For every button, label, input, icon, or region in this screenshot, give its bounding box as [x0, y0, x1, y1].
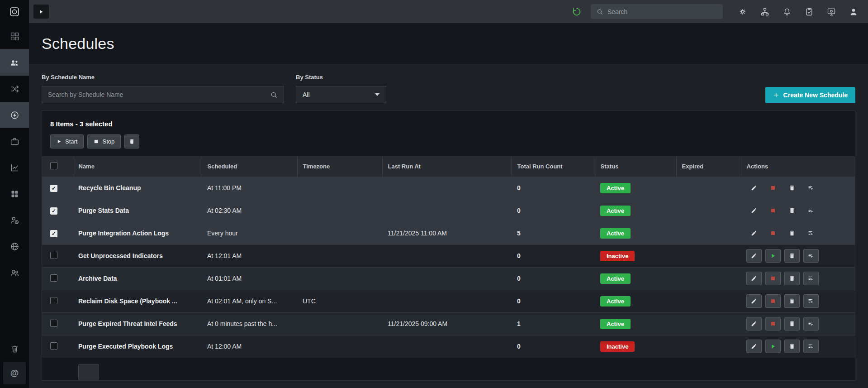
table-row[interactable]: ✓Purge Integration Action LogsEvery hour…: [42, 222, 855, 244]
table-row[interactable]: ✓Purge Stats DataAt 02:30 AM0Active: [42, 199, 855, 222]
edit-schedule-button[interactable]: [746, 226, 762, 240]
edit-schedule-button[interactable]: [746, 249, 762, 263]
delete-schedule-button[interactable]: [784, 226, 800, 240]
global-search-input[interactable]: [607, 8, 717, 15]
view-logs-button[interactable]: [803, 340, 819, 353]
sidebar-item-queues[interactable]: [0, 49, 29, 76]
col-header-timezone[interactable]: Timezone: [297, 156, 382, 177]
edit-schedule-button[interactable]: [746, 272, 762, 285]
notifications-button[interactable]: [783, 7, 792, 16]
integrations-button[interactable]: [760, 7, 769, 16]
delete-schedule-button[interactable]: [784, 272, 800, 285]
edit-pencil-icon: [751, 185, 757, 191]
app-logo[interactable]: [0, 0, 29, 23]
col-header-last-run-at[interactable]: Last Run At: [382, 156, 512, 177]
start-button[interactable]: Start: [50, 134, 84, 148]
delete-schedule-button[interactable]: [784, 340, 800, 353]
delete-schedule-button[interactable]: [784, 181, 800, 195]
sidebar-item-mentions[interactable]: @: [3, 362, 26, 384]
pagination-page-size-select[interactable]: [78, 364, 99, 380]
edit-schedule-button[interactable]: [746, 294, 762, 308]
row-select-checkbox[interactable]: [50, 320, 57, 327]
view-logs-button[interactable]: [803, 294, 819, 308]
stop-button[interactable]: Stop: [87, 134, 121, 148]
edit-schedule-button[interactable]: [746, 181, 762, 195]
status-badge: Inactive: [600, 251, 635, 261]
stop-schedule-button[interactable]: [765, 204, 781, 217]
sidebar-item-workflows[interactable]: [0, 76, 29, 102]
sidebar-item-threat-intel[interactable]: [0, 233, 29, 259]
view-logs-button[interactable]: [803, 249, 819, 263]
view-logs-icon: [808, 298, 814, 304]
schedule-name-search[interactable]: [42, 86, 284, 103]
sidebar-item-reports[interactable]: [0, 154, 29, 181]
system-monitor-button[interactable]: [827, 7, 836, 16]
global-search[interactable]: [591, 4, 723, 19]
delete-schedule-button[interactable]: [784, 249, 800, 263]
user-profile-button[interactable]: [849, 7, 858, 16]
schedule-time: At 02:01 AM, only on S...: [202, 290, 297, 312]
sidebar-item-cases[interactable]: [0, 128, 29, 154]
col-header-scheduled[interactable]: Scheduled: [202, 156, 297, 177]
trash-icon: [789, 298, 795, 304]
stop-icon: [770, 230, 776, 236]
row-select-checkbox[interactable]: ✓: [50, 230, 57, 237]
stop-icon: [770, 321, 776, 327]
sidebar-item-automation[interactable]: [0, 102, 29, 128]
col-header-name[interactable]: Name: [73, 156, 202, 177]
sidebar-item-recycle-bin[interactable]: [0, 335, 29, 362]
select-all-checkbox[interactable]: [50, 162, 57, 169]
sidebar-item-collaboration[interactable]: [0, 259, 29, 286]
delete-schedule-button[interactable]: [784, 294, 800, 308]
sidebar-item-apps[interactable]: [0, 181, 29, 207]
delete-schedule-button[interactable]: [784, 204, 800, 217]
table-row[interactable]: Purge Expired Threat Intel FeedsAt 0 min…: [42, 312, 855, 335]
stop-schedule-button[interactable]: [765, 181, 781, 195]
stop-schedule-button[interactable]: [765, 294, 781, 308]
start-schedule-button[interactable]: [765, 340, 781, 353]
schedule-time: At 02:30 AM: [202, 199, 297, 222]
edit-schedule-button[interactable]: [746, 204, 762, 217]
row-select-checkbox[interactable]: [50, 274, 57, 282]
sidebar-toggle-button[interactable]: [33, 5, 49, 19]
row-select-checkbox[interactable]: ✓: [50, 185, 57, 192]
edit-schedule-button[interactable]: [746, 340, 762, 353]
table-row[interactable]: Archive DataAt 01:01 AM0Active: [42, 267, 855, 290]
row-select-checkbox[interactable]: [50, 297, 57, 304]
stop-schedule-button[interactable]: [765, 272, 781, 285]
view-logs-button[interactable]: [803, 226, 819, 240]
row-select-checkbox[interactable]: [50, 342, 57, 350]
view-logs-button[interactable]: [803, 204, 819, 217]
table-row[interactable]: Get Unprocessed IndicatorsAt 12:01 AM0In…: [42, 244, 855, 267]
expired-value: [676, 199, 741, 222]
table-row[interactable]: Purge Executed Playbook LogsAt 12:00 AM0…: [42, 335, 855, 358]
trash-icon: [789, 321, 795, 327]
stop-schedule-button[interactable]: [765, 226, 781, 240]
status-filter-select[interactable]: All: [296, 86, 386, 103]
table-row[interactable]: ✓Recycle Bin CleanupAt 11:00 PM0Active: [42, 177, 855, 199]
stop-schedule-button[interactable]: [765, 317, 781, 331]
tasks-button[interactable]: [805, 7, 814, 16]
col-header-status[interactable]: Status: [595, 156, 676, 177]
start-schedule-button[interactable]: [765, 249, 781, 263]
trash-icon: [129, 139, 135, 144]
table-row[interactable]: Reclaim Disk Space (Playbook ...At 02:01…: [42, 290, 855, 312]
edit-schedule-button[interactable]: [746, 317, 762, 331]
view-logs-button[interactable]: [803, 317, 819, 331]
row-select-checkbox[interactable]: ✓: [50, 207, 57, 215]
delete-schedule-button[interactable]: [784, 317, 800, 331]
col-header-total-run-count[interactable]: Total Run Count: [512, 156, 595, 177]
create-new-schedule-button[interactable]: Create New Schedule: [765, 87, 855, 103]
play-icon: [770, 343, 776, 350]
schedule-name-search-input[interactable]: [48, 91, 270, 98]
view-logs-button[interactable]: [803, 272, 819, 285]
row-select-checkbox[interactable]: [50, 252, 57, 259]
bulk-delete-button[interactable]: [124, 134, 139, 148]
health-status-indicator[interactable]: [572, 7, 582, 17]
sidebar-item-approvals[interactable]: [0, 207, 29, 233]
sidebar-item-dashboard[interactable]: [0, 23, 29, 49]
col-header-expired[interactable]: Expired: [676, 156, 741, 177]
user-profile-icon: [849, 7, 858, 16]
view-logs-button[interactable]: [803, 181, 819, 195]
settings-button[interactable]: [738, 7, 747, 16]
